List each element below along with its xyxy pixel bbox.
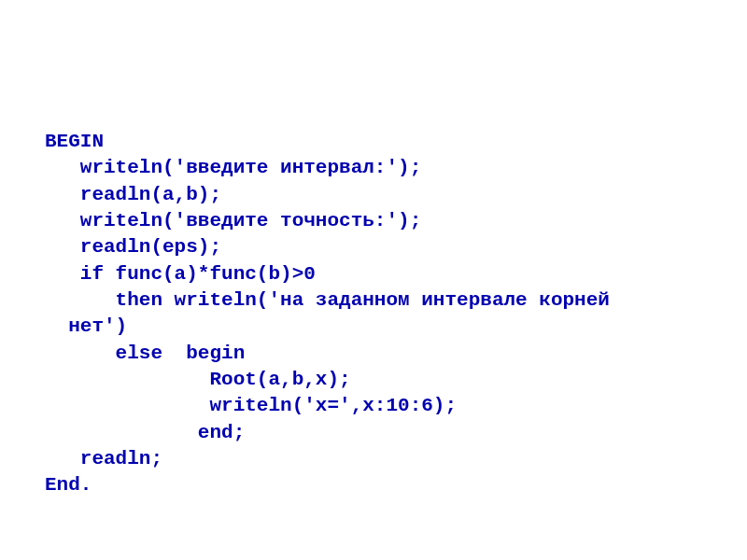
code-line: writeln('введите точность:'); — [45, 210, 421, 231]
code-line: then writeln('на заданном интервале корн… — [45, 289, 610, 311]
code-line: writeln('введите интервал:'); — [45, 157, 421, 178]
code-line: writeln('x=',x:10:6); — [45, 395, 457, 416]
code-line: readln(eps); — [45, 236, 221, 258]
code-line: нет') — [45, 315, 127, 337]
code-line: BEGIN — [45, 131, 104, 152]
code-listing: BEGIN writeln('введите интервал:'); read… — [45, 129, 702, 499]
code-line: if func(a)*func(b)>0 — [45, 263, 316, 285]
code-line: Root(a,b,x); — [45, 369, 351, 390]
code-line: readln; — [45, 448, 162, 469]
code-line: readln(a,b); — [45, 184, 221, 205]
code-line: end; — [45, 422, 245, 443]
code-line: else begin — [45, 343, 245, 364]
code-line: End. — [45, 474, 92, 496]
